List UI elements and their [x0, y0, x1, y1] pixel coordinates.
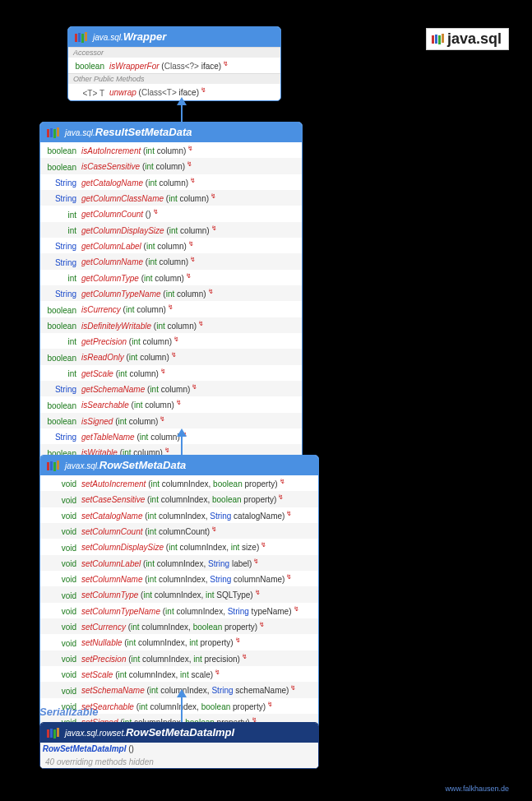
throws-icon: ↯	[173, 334, 178, 339]
method-name: getColumnCount	[81, 211, 143, 220]
return-type: boolean	[40, 416, 76, 428]
method-name: setNullable	[81, 639, 122, 648]
throws-icon: ↯	[259, 619, 264, 624]
return-type: int	[40, 225, 76, 237]
connector-line	[181, 105, 183, 122]
return-type: boolean	[40, 305, 76, 317]
method-name: setColumnDisplaySize	[81, 544, 164, 553]
throws-icon: ↯	[188, 238, 193, 243]
method-row: intgetPrecision (int column)↯	[40, 333, 302, 349]
return-type: void	[40, 669, 76, 681]
method-params: (int columnIndex, String schemaName)	[146, 687, 289, 696]
class-rowsetmetadataimpl: javax.sql.rowset.RowSetMetaDataImpl RowS…	[39, 722, 319, 769]
class-header: java.sql.ResultSetMetaData	[40, 123, 302, 142]
method-row: StringgetColumnName (int column)↯	[40, 253, 302, 269]
section-accessor: Accessor	[68, 47, 280, 58]
method-name: setCurrency	[81, 623, 126, 632]
return-type: void	[40, 479, 76, 490]
method-row: voidsetAutoIncrement (int columnIndex, b…	[40, 475, 318, 491]
throws-icon: ↯	[211, 524, 216, 529]
method-params: (int column)	[146, 178, 188, 188]
return-type: String	[40, 384, 76, 396]
throws-icon: ↯	[153, 206, 158, 211]
method-params: (int column)	[147, 385, 190, 394]
method-name: setColumnName	[81, 575, 142, 584]
throws-icon: ↯	[187, 159, 192, 164]
throws-icon: ↯	[215, 667, 220, 672]
throws-icon: ↯	[160, 414, 164, 419]
class-pkg: javax.sql.	[65, 461, 99, 470]
method-row: StringgetColumnLabel (int column)↯	[40, 238, 302, 253]
method-row: StringgetSchemaName (int column)↯	[40, 381, 302, 396]
method-name: setColumnLabel	[81, 559, 141, 568]
class-name: RowSetMetaDataImpl	[126, 726, 234, 738]
return-type: void	[40, 511, 76, 522]
method-params: (int column)	[115, 417, 158, 426]
return-type: void	[40, 558, 76, 570]
hidden-methods-note: 40 overriding methods hidden	[40, 756, 318, 768]
throws-icon: ↯	[286, 508, 291, 513]
return-type: String	[40, 193, 76, 205]
method-name: isWrapperFor	[109, 62, 160, 71]
return-type: void	[40, 526, 76, 538]
class-header: java.sql.Wrapper	[68, 27, 280, 47]
method-params: (int columnIndex, boolean property)	[136, 702, 266, 711]
throws-icon: ↯	[253, 556, 258, 561]
return-type: void	[40, 574, 76, 586]
method-params: (int column)	[142, 163, 185, 172]
method-row: StringgetCatalogName (int column)↯	[40, 174, 302, 190]
method-row: intgetScale (int column)↯	[40, 365, 302, 381]
throws-icon: ↯	[210, 191, 215, 196]
method-name: isCaseSensitive	[81, 163, 140, 172]
method-name: getSchemaName	[81, 385, 145, 394]
method-row: voidsetCatalogName (int columnIndex, Str…	[40, 507, 318, 523]
return-type: String	[40, 257, 76, 269]
method-row: StringgetColumnClassName (int column)↯	[40, 190, 302, 206]
method-name: getTableName	[81, 433, 135, 442]
method-params: (int columnCount)	[145, 527, 210, 536]
method-row: intgetColumnType (int column)↯	[40, 270, 302, 285]
return-type: int	[40, 273, 76, 285]
return-type: void	[40, 622, 76, 633]
constructor-params: ()	[128, 744, 134, 753]
return-type: String	[40, 241, 76, 252]
method-params: (int column)	[166, 226, 209, 235]
method-name: getColumnName	[81, 258, 143, 267]
throws-icon: ↯	[252, 715, 257, 720]
throws-icon: ↯	[176, 397, 181, 402]
throws-icon: ↯	[235, 635, 240, 640]
method-params: (int columnIndex, boolean property)	[148, 479, 277, 488]
return-type: boolean	[40, 146, 76, 157]
method-row: booleanisCurrency (int column)↯	[40, 301, 302, 317]
method-params: (Class<?> iface)	[161, 62, 221, 71]
method-name: setColumnCount	[81, 527, 142, 536]
return-type: int	[40, 336, 76, 348]
constructor-name: RowSetMetaDataImpl	[43, 744, 127, 753]
method-name: getColumnDisplaySize	[81, 226, 164, 235]
method-row: voidsetColumnName (int columnIndex, Stri…	[40, 571, 318, 586]
method-params: (int columnIndex, int precision)	[128, 655, 240, 664]
method-row: booleanisAutoIncrement (int column)↯	[40, 142, 302, 158]
throws-icon: ↯	[164, 445, 169, 450]
method-params: (int columnIndex, String catalogName)	[145, 512, 285, 521]
return-type: void	[40, 638, 76, 650]
throws-icon: ↯	[201, 85, 206, 90]
books-icon	[47, 127, 60, 139]
class-header: javax.sql.RowSetMetaData	[40, 456, 318, 475]
throws-icon: ↯	[211, 223, 216, 228]
constructor-row: RowSetMetaDataImpl ()	[40, 743, 318, 756]
method-params: (int columnIndex, int size)	[166, 544, 259, 553]
method-row: voidsetColumnType (int columnIndex, int …	[40, 586, 318, 602]
throws-icon: ↯	[171, 350, 176, 354]
books-icon	[432, 34, 445, 45]
footer-link[interactable]: www.falkhausen.de	[445, 785, 509, 793]
method-row: intgetColumnCount ()↯	[40, 206, 302, 221]
class-name: ResultSetMetaData	[95, 126, 192, 138]
method-row: intgetColumnDisplaySize (int column)↯	[40, 222, 302, 238]
class-header: javax.sql.rowset.RowSetMetaDataImpl	[40, 723, 318, 743]
throws-icon: ↯	[208, 286, 213, 291]
inheritance-arrow	[177, 97, 187, 105]
method-name: isReadOnly	[81, 354, 124, 363]
class-pkg: java.sql.	[65, 128, 95, 137]
return-type: String	[40, 178, 76, 189]
